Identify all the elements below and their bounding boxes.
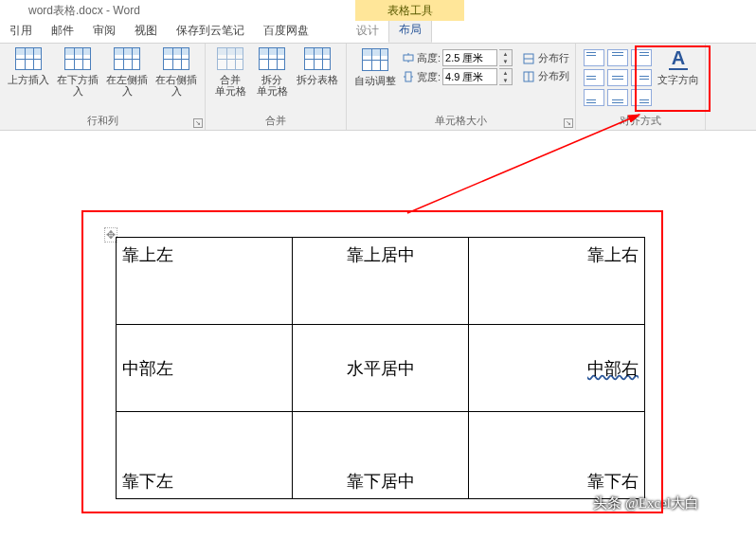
- insert-right-label: 在右侧插入: [153, 74, 199, 97]
- split-table-label: 拆分表格: [297, 74, 338, 85]
- cell-middle-left[interactable]: 中部左: [117, 325, 293, 412]
- height-spin[interactable]: ▲▼: [499, 49, 513, 66]
- group-merge: 合并 单元格 拆分 单元格 拆分表格 合并: [206, 44, 347, 130]
- align-bottom-center[interactable]: [607, 89, 628, 106]
- align-middle-right[interactable]: [631, 69, 652, 86]
- insert-right-button[interactable]: 在右侧插入: [153, 47, 199, 97]
- demo-table[interactable]: 靠上左 靠上居中 靠上右 中部左 水平居中 中部右 靠下左 靠下居中 靠下右: [116, 237, 645, 499]
- width-label: 宽度:: [417, 70, 441, 84]
- alignment-grid: [582, 47, 654, 108]
- row-height-icon: [402, 51, 415, 64]
- col-width-icon: [402, 70, 415, 83]
- merge-group-label: 合并: [265, 112, 286, 128]
- split-cells-label: 拆分 单元格: [257, 74, 288, 97]
- distribute-rows-icon: [522, 52, 535, 65]
- tab-mailings[interactable]: 邮件: [42, 19, 83, 43]
- tab-review[interactable]: 审阅: [83, 19, 125, 43]
- ribbon: 上方插入 在下方插入 在左侧插入 在右侧插入 行和列 ↘ 合并 单元格: [0, 44, 756, 131]
- insert-above-button[interactable]: 上方插入: [6, 47, 51, 85]
- insert-below-icon: [64, 47, 91, 70]
- align-bottom-left[interactable]: [584, 89, 604, 106]
- tab-baidu[interactable]: 百度网盘: [254, 19, 318, 43]
- document-area: ✥ 靠上左 靠上居中 靠上右 中部左 水平居中 中部右 靠下左 靠下居中 靠下右: [0, 131, 756, 539]
- text-direction-icon: A: [669, 47, 688, 70]
- cell-top-center[interactable]: 靠上居中: [293, 238, 469, 325]
- tab-view[interactable]: 视图: [125, 19, 167, 43]
- distribute-rows-label: 分布行: [538, 51, 569, 65]
- distribute-column: 分布行 分布列: [522, 47, 569, 87]
- cell-middle-center[interactable]: 水平居中: [293, 325, 469, 412]
- tab-references[interactable]: 引用: [0, 19, 42, 43]
- align-middle-center[interactable]: [607, 69, 628, 86]
- insert-left-icon: [114, 47, 140, 70]
- tab-table-design[interactable]: 设计: [347, 19, 388, 43]
- distribute-rows-button[interactable]: 分布行: [522, 51, 569, 65]
- align-bottom-right[interactable]: [631, 89, 652, 106]
- rows-cols-dialog-launcher[interactable]: ↘: [193, 118, 203, 128]
- watermark: 头条 @Excel大白: [593, 494, 699, 512]
- insert-above-label: 上方插入: [8, 74, 49, 85]
- insert-below-label: 在下方插入: [55, 74, 100, 97]
- split-table-button[interactable]: 拆分表格: [295, 47, 340, 85]
- height-row: 高度: 2.5 厘米 ▲▼: [402, 49, 513, 66]
- insert-above-icon: [15, 47, 42, 70]
- align-middle-left[interactable]: [584, 69, 604, 86]
- page[interactable]: ✥ 靠上左 靠上居中 靠上右 中部左 水平居中 中部右 靠下左 靠下居中 靠下右: [13, 144, 743, 539]
- svg-rect-0: [404, 55, 413, 61]
- cell-top-left[interactable]: 靠上左: [117, 238, 293, 325]
- merge-cells-icon: [217, 47, 243, 70]
- autofit-icon: [362, 48, 388, 71]
- insert-right-icon: [163, 47, 189, 70]
- align-top-center[interactable]: [607, 49, 628, 66]
- insert-left-button[interactable]: 在左侧插入: [104, 47, 150, 97]
- width-input[interactable]: 4.9 厘米: [442, 68, 497, 85]
- cell-bottom-left[interactable]: 靠下左: [117, 412, 293, 499]
- align-top-left[interactable]: [584, 49, 604, 66]
- distribute-cols-label: 分布列: [538, 69, 569, 83]
- split-table-icon: [304, 47, 331, 70]
- cell-size-dialog-launcher[interactable]: ↘: [564, 118, 573, 128]
- autofit-button[interactable]: 自动调整: [352, 48, 398, 86]
- text-direction-label: 文字方向: [657, 74, 699, 85]
- split-cells-button[interactable]: 拆分 单元格: [253, 47, 291, 97]
- merge-cells-label: 合并 单元格: [215, 74, 246, 97]
- split-cells-icon: [259, 47, 285, 70]
- cell-bottom-center[interactable]: 靠下居中: [293, 412, 469, 499]
- tab-table-layout[interactable]: 布局: [388, 17, 432, 43]
- text-direction-button[interactable]: A 文字方向: [657, 47, 699, 85]
- alignment-group-label: 对齐方式: [620, 112, 661, 128]
- distribute-cols-button[interactable]: 分布列: [522, 69, 569, 83]
- svg-rect-1: [405, 72, 411, 81]
- cell-middle-right[interactable]: 中部右: [469, 325, 645, 412]
- cell-size-group-label: 单元格大小: [435, 112, 487, 128]
- group-cell-size: 自动调整 高度: 2.5 厘米 ▲▼ 宽度: 4.9 厘米 ▲▼: [347, 44, 576, 130]
- autofit-label: 自动调整: [354, 75, 396, 86]
- height-input[interactable]: 2.5 厘米: [442, 49, 497, 66]
- insert-left-label: 在左侧插入: [104, 74, 150, 97]
- tab-strip: 引用 邮件 审阅 视图 保存到云笔记 百度网盘 设计 布局: [0, 21, 756, 44]
- size-spinners: 高度: 2.5 厘米 ▲▼ 宽度: 4.9 厘米 ▲▼: [402, 47, 513, 87]
- insert-below-button[interactable]: 在下方插入: [55, 47, 100, 97]
- width-spin[interactable]: ▲▼: [499, 68, 513, 85]
- tab-save-cloud[interactable]: 保存到云笔记: [167, 19, 254, 43]
- contextual-tab-header: 表格工具: [355, 0, 464, 21]
- group-rows-cols: 上方插入 在下方插入 在左侧插入 在右侧插入 行和列 ↘: [0, 44, 206, 130]
- width-row: 宽度: 4.9 厘米 ▲▼: [402, 68, 513, 85]
- distribute-cols-icon: [522, 70, 535, 83]
- document-title: word表格.docx - Word: [28, 3, 140, 19]
- align-top-right[interactable]: [631, 49, 652, 66]
- cell-bottom-right[interactable]: 靠下右: [469, 412, 645, 499]
- rows-cols-group-label: 行和列: [87, 112, 118, 128]
- height-label: 高度:: [417, 51, 441, 65]
- cell-top-right[interactable]: 靠上右: [469, 238, 645, 325]
- group-alignment: A 文字方向 对齐方式: [576, 44, 706, 130]
- merge-cells-button[interactable]: 合并 单元格: [211, 47, 249, 97]
